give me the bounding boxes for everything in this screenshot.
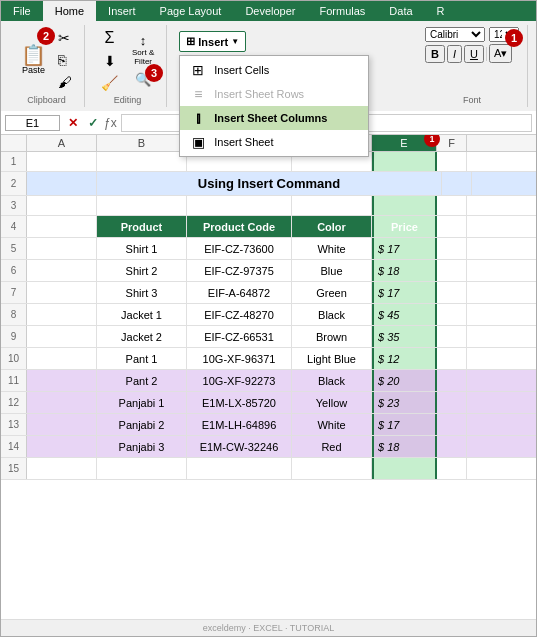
tab-file[interactable]: File <box>1 1 43 21</box>
cell-e1[interactable] <box>372 152 437 171</box>
tab-r[interactable]: R <box>425 1 457 21</box>
editing-label: Editing <box>114 93 142 105</box>
table-row: 8 Jacket 1 EIF-CZ-48270 Black $ 45 <box>1 304 536 326</box>
clipboard-label: Clipboard <box>27 93 66 105</box>
cell-e4[interactable]: Price <box>372 216 437 237</box>
cell-a2[interactable] <box>27 172 97 195</box>
cell-c4[interactable]: Product Code <box>187 216 292 237</box>
fill-button[interactable]: ⬇ <box>100 51 120 71</box>
table-row: 11 Pant 2 10G-XF-92273 Black $ 20 <box>1 370 536 392</box>
sort-filter-button[interactable]: ↕Sort &Filter <box>128 31 158 68</box>
insert-sheet-item[interactable]: ▣ Insert Sheet <box>180 130 368 154</box>
table-row: 13 Panjabi 2 E1M-LH-64896 White $ 17 <box>1 414 536 436</box>
cut-button[interactable]: ✂ <box>54 28 76 48</box>
insert-cols-icon: ⫿ <box>188 110 208 126</box>
font-family-select[interactable]: Calibri <box>425 27 485 42</box>
tab-formulas[interactable]: Formulas <box>308 1 378 21</box>
step-badge-1: 1 <box>505 29 523 47</box>
cell-a1[interactable] <box>27 152 97 171</box>
col-header-f[interactable]: F <box>437 135 467 151</box>
cell-f3[interactable] <box>437 196 467 215</box>
insert-label: Insert <box>198 36 228 48</box>
insert-sheet-columns-item[interactable]: ⫿ Insert Sheet Columns <box>180 106 368 130</box>
cell-d3[interactable] <box>292 196 372 215</box>
insert-sheet-rows-item: ≡ Insert Sheet Rows <box>180 82 368 106</box>
insert-rows-label: Insert Sheet Rows <box>214 88 304 100</box>
col-header-a[interactable]: A <box>27 135 97 151</box>
row-num-2: 2 <box>1 172 27 195</box>
confirm-formula-icon[interactable]: ✓ <box>84 116 102 130</box>
find-select-button[interactable]: 🔍 3 <box>131 70 155 89</box>
table-row: 9 Jacket 2 EIF-CZ-66531 Brown $ 35 <box>1 326 536 348</box>
insert-cells-label: Insert Cells <box>214 64 269 76</box>
cell-b1[interactable] <box>97 152 187 171</box>
tab-developer[interactable]: Developer <box>233 1 307 21</box>
insert-dropdown: ⊞ Insert Cells ≡ Insert Sheet Rows ⫿ Ins… <box>179 55 369 157</box>
cell-f4[interactable] <box>437 216 467 237</box>
cell-title[interactable]: Using Insert Command <box>97 172 442 195</box>
insert-group: ⊞ Insert ▼ ⊞ Insert Cells ≡ Insert Sheet… <box>171 25 254 107</box>
ribbon: 📋 Paste ✂ ⎘ 🖌 2 Clipboard Σ ⬇ 🧹 <box>1 21 536 111</box>
cell-reference-input[interactable] <box>5 115 60 131</box>
watermark: exceldemy · EXCEL · TUTORIAL <box>1 619 536 636</box>
row-num-1: 1 <box>1 152 27 171</box>
tab-home[interactable]: Home <box>43 1 96 21</box>
cell-d4[interactable]: Color <box>292 216 372 237</box>
insert-cols-label: Insert Sheet Columns <box>214 112 327 124</box>
cell-e3[interactable] <box>372 196 437 215</box>
cell-f1[interactable] <box>437 152 467 171</box>
table-row: 14 Panjabi 3 E1M-CW-32246 Red $ 18 <box>1 436 536 458</box>
spreadsheet: A B C D E 1 F 1 2 Using Insert Command <box>1 135 536 619</box>
paste-icon: 📋 <box>21 45 46 65</box>
table-row: 15 <box>1 458 536 480</box>
table-row: 5 Shirt 1 EIF-CZ-73600 White $ 17 <box>1 238 536 260</box>
cancel-formula-icon[interactable]: ✕ <box>64 116 82 130</box>
table-row: 7 Shirt 3 EIF-A-64872 Green $ 17 <box>1 282 536 304</box>
copy-button[interactable]: ⎘ <box>54 50 76 70</box>
insert-cells-icon: ⊞ <box>188 62 208 78</box>
editing-group: Σ ⬇ 🧹 ↕Sort &Filter 🔍 3 Editing <box>89 25 167 107</box>
paste-button[interactable]: 📋 Paste <box>17 43 50 77</box>
font-group: Calibri 12 B I U A▾ Font 1 <box>417 25 528 107</box>
insert-sheet-label: Insert Sheet <box>214 136 273 148</box>
insert-rows-icon: ≡ <box>188 86 208 102</box>
table-row: 12 Panjabi 1 E1M-LX-85720 Yellow $ 23 <box>1 392 536 414</box>
tab-insert[interactable]: Insert <box>96 1 148 21</box>
cell-c3[interactable] <box>187 196 292 215</box>
font-label: Font <box>463 93 481 105</box>
table-row: 6 Shirt 2 EIF-CZ-97375 Blue $ 18 <box>1 260 536 282</box>
function-icon[interactable]: ƒx <box>104 116 117 130</box>
corner-header <box>1 135 27 151</box>
insert-button[interactable]: ⊞ Insert ▼ <box>179 31 246 52</box>
insert-cells-item[interactable]: ⊞ Insert Cells <box>180 58 368 82</box>
step-badge-2: 2 <box>37 27 55 45</box>
table-row: 2 Using Insert Command <box>1 172 536 196</box>
clear-button[interactable]: 🧹 <box>97 73 122 93</box>
tab-page-layout[interactable]: Page Layout <box>148 1 234 21</box>
cell-b4[interactable]: Product <box>97 216 187 237</box>
row-num-4: 4 <box>1 216 27 237</box>
row-num-3: 3 <box>1 196 27 215</box>
col-header-b[interactable]: B <box>97 135 187 151</box>
autosum-button[interactable]: Σ <box>101 27 119 49</box>
table-row: 10 Pant 1 10G-XF-96371 Light Blue $ 12 <box>1 348 536 370</box>
insert-arrow-icon: ▼ <box>231 37 239 46</box>
step-badge-3: 3 <box>145 64 163 82</box>
col-header-e[interactable]: E 1 <box>372 135 437 151</box>
cell-a4[interactable] <box>27 216 97 237</box>
underline-button[interactable]: U <box>464 45 484 63</box>
insert-sheet-icon: ▣ <box>188 134 208 150</box>
insert-icon: ⊞ <box>186 35 195 48</box>
highlight-button[interactable]: A▾ <box>489 44 512 63</box>
table-row: 4 Product Product Code Color Price <box>1 216 536 238</box>
tab-data[interactable]: Data <box>377 1 424 21</box>
cell-f2[interactable] <box>442 172 472 195</box>
italic-button[interactable]: I <box>447 45 462 63</box>
format-painter-button[interactable]: 🖌 <box>54 72 76 92</box>
cell-a3[interactable] <box>27 196 97 215</box>
table-row: 3 <box>1 196 536 216</box>
clipboard-group: 📋 Paste ✂ ⎘ 🖌 2 Clipboard <box>9 25 85 107</box>
cell-b3[interactable] <box>97 196 187 215</box>
ribbon-tabs: File Home Insert Page Layout Developer F… <box>1 1 536 21</box>
bold-button[interactable]: B <box>425 45 445 63</box>
